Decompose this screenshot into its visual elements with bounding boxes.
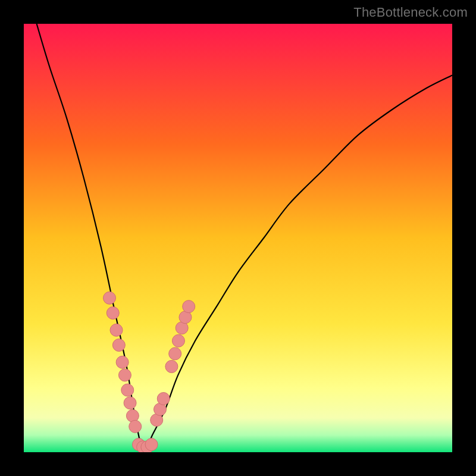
data-marker xyxy=(145,439,158,451)
data-marker xyxy=(110,324,123,336)
data-marker xyxy=(129,420,142,433)
data-marker xyxy=(157,393,170,405)
watermark-text: TheBottleneck.com xyxy=(353,5,468,20)
chart-svg xyxy=(24,24,452,452)
outer-frame: TheBottleneck.com xyxy=(0,0,476,476)
data-marker xyxy=(112,339,125,352)
gradient-background xyxy=(24,24,452,452)
data-marker xyxy=(169,347,181,360)
data-marker xyxy=(107,307,119,320)
data-marker xyxy=(104,292,116,304)
data-marker xyxy=(121,384,134,396)
data-marker xyxy=(183,300,195,313)
data-marker xyxy=(118,369,131,381)
data-marker xyxy=(126,409,139,422)
plot-area xyxy=(24,24,452,452)
data-marker xyxy=(165,361,178,373)
data-marker xyxy=(116,356,129,368)
data-marker xyxy=(124,397,136,409)
data-marker xyxy=(172,334,184,347)
